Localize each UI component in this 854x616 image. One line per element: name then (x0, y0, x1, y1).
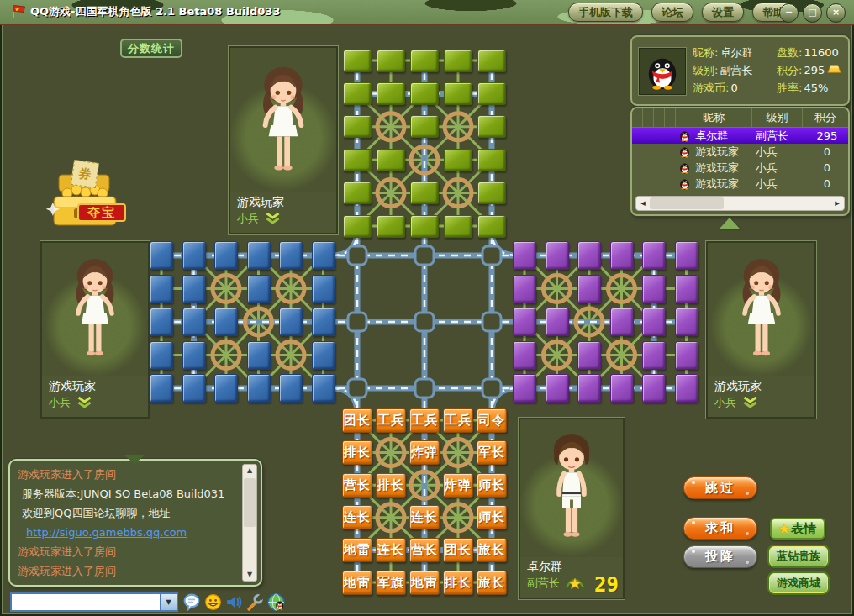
score-stats-button[interactable]: 分数统计 (120, 39, 182, 58)
own-piece[interactable]: 工兵 (443, 408, 473, 433)
hidden-piece-left[interactable] (182, 275, 206, 303)
hidden-piece-right[interactable] (546, 374, 569, 403)
panel-collapse-arrow[interactable] (720, 218, 740, 229)
chat-collapse-arrow[interactable] (124, 455, 145, 464)
hidden-piece-left[interactable] (312, 374, 335, 403)
hidden-piece-top[interactable] (477, 215, 506, 238)
hidden-piece-top[interactable] (377, 50, 405, 72)
hidden-piece-right[interactable] (675, 241, 698, 270)
hidden-piece-left[interactable] (247, 374, 271, 403)
own-piece[interactable]: 团长 (342, 408, 372, 433)
settings-wrench-icon[interactable] (245, 592, 265, 612)
own-piece[interactable]: 师长 (477, 505, 507, 529)
hidden-piece-top[interactable] (444, 215, 472, 238)
hidden-piece-left[interactable] (182, 308, 206, 336)
table-scrollbar[interactable]: ◂ ▸ (635, 196, 845, 211)
peace-button[interactable]: 求和 (683, 517, 757, 540)
own-piece[interactable]: 地雷 (342, 571, 372, 595)
hidden-piece-right[interactable] (675, 308, 698, 336)
own-piece[interactable]: 司令 (477, 408, 507, 433)
own-piece[interactable]: 军旗 (376, 571, 406, 595)
own-piece[interactable]: 连长 (376, 538, 406, 562)
hidden-piece-left[interactable] (279, 308, 303, 336)
hidden-piece-top[interactable] (410, 115, 439, 138)
hidden-piece-left[interactable] (247, 275, 271, 303)
own-piece[interactable]: 炸弹 (409, 440, 440, 465)
own-piece[interactable]: 地雷 (342, 538, 372, 562)
hidden-piece-top[interactable] (477, 115, 506, 138)
treasure-chest-button[interactable]: 券 夺宝 (42, 161, 129, 230)
hidden-piece-top[interactable] (444, 50, 472, 72)
score-table-row[interactable]: 卓尔群副营长295 (632, 128, 848, 144)
own-piece[interactable]: 连长 (342, 505, 372, 529)
hidden-piece-left[interactable] (312, 275, 335, 303)
hidden-piece-left[interactable] (150, 341, 173, 370)
own-piece[interactable]: 营长 (409, 538, 440, 562)
scroll-up-icon[interactable]: ▲ (243, 465, 256, 476)
surrender-button[interactable]: 投降 (683, 545, 757, 568)
chat-history-dropdown[interactable]: ▼ (160, 594, 177, 610)
hidden-piece-top[interactable] (377, 82, 405, 105)
hidden-piece-left[interactable] (214, 308, 238, 336)
hidden-piece-right[interactable] (577, 374, 601, 403)
hidden-piece-left[interactable] (150, 275, 173, 303)
own-piece[interactable]: 师长 (477, 473, 507, 498)
toolbar-button-0[interactable]: 手机版下载 (568, 3, 643, 22)
emoticon-icon[interactable] (203, 592, 223, 612)
own-piece[interactable]: 工兵 (376, 408, 406, 433)
maximize-button[interactable]: □ (803, 3, 822, 23)
own-piece[interactable]: 连长 (409, 505, 440, 529)
own-piece[interactable]: 工兵 (409, 408, 440, 433)
qq-globe-icon[interactable] (266, 592, 286, 612)
score-table-row[interactable]: 游戏玩家小兵0 (632, 144, 848, 160)
hidden-piece-left[interactable] (214, 374, 238, 403)
own-piece[interactable]: 排长 (443, 571, 473, 595)
hidden-piece-top[interactable] (343, 82, 372, 105)
hidden-piece-right[interactable] (642, 275, 666, 303)
hidden-piece-right[interactable] (513, 241, 536, 270)
hidden-piece-top[interactable] (477, 50, 506, 72)
hidden-piece-right[interactable] (577, 241, 601, 270)
hidden-piece-top[interactable] (343, 182, 372, 204)
own-piece[interactable]: 炸弹 (443, 473, 473, 498)
hidden-piece-right[interactable] (675, 275, 698, 303)
hidden-piece-left[interactable] (150, 374, 173, 403)
hidden-piece-left[interactable] (150, 241, 173, 270)
hidden-piece-left[interactable] (312, 341, 335, 370)
hidden-piece-top[interactable] (343, 50, 372, 72)
hidden-piece-right[interactable] (642, 374, 666, 403)
hidden-piece-left[interactable] (279, 241, 303, 270)
hidden-piece-top[interactable] (410, 50, 439, 72)
toolbar-button-1[interactable]: 论坛 (651, 3, 693, 22)
hidden-piece-left[interactable] (214, 241, 238, 270)
hidden-piece-right[interactable] (675, 341, 698, 370)
chat-bubble-icon[interactable] (182, 592, 202, 612)
hidden-piece-top[interactable] (410, 182, 439, 204)
hidden-piece-left[interactable] (247, 341, 271, 370)
blue-diamond-button[interactable]: 蓝钻贵族 (769, 546, 828, 566)
hidden-piece-right[interactable] (610, 241, 634, 270)
hidden-piece-top[interactable] (477, 182, 506, 204)
hidden-piece-right[interactable] (610, 374, 634, 403)
hidden-piece-top[interactable] (343, 215, 372, 238)
chat-link[interactable]: http://siguo.gamebbs.qq.com (26, 523, 239, 542)
hidden-piece-right[interactable] (577, 275, 601, 303)
minimize-button[interactable]: − (779, 3, 799, 23)
hidden-piece-left[interactable] (150, 308, 173, 336)
hidden-piece-left[interactable] (279, 374, 303, 403)
hidden-piece-top[interactable] (377, 149, 405, 171)
own-piece[interactable]: 排长 (376, 473, 406, 498)
chat-scrollbar-thumb[interactable] (244, 478, 256, 527)
own-piece[interactable]: 营长 (342, 473, 372, 498)
scroll-left-icon[interactable]: ◂ (636, 197, 650, 209)
hidden-piece-top[interactable] (410, 82, 439, 105)
hidden-piece-right[interactable] (546, 308, 569, 336)
own-piece[interactable]: 排长 (342, 440, 372, 465)
hidden-piece-right[interactable] (642, 308, 666, 336)
hidden-piece-top[interactable] (477, 82, 506, 105)
hidden-piece-left[interactable] (312, 308, 335, 336)
titlebar[interactable]: QQ游戏-四国军棋角色版 2.1 Beta08 Build033 手机版下载论坛… (0, 0, 854, 25)
hidden-piece-top[interactable] (410, 215, 439, 238)
own-piece[interactable]: 军长 (477, 440, 507, 465)
scrollbar-thumb[interactable] (650, 197, 724, 209)
